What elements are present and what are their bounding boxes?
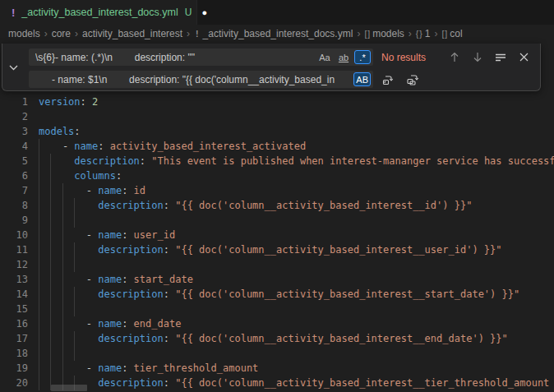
regex-toggle[interactable]: .* [354,50,371,64]
preserve-case-toggle[interactable]: AB [353,72,371,86]
breadcrumb-separator: › [409,28,412,39]
previous-match-button[interactable] [446,49,463,66]
line-number: 6 [0,168,28,183]
code-editor[interactable]: 1version: 223models:4 - name: activity_b… [0,43,554,392]
breadcrumb-item-col[interactable]: [ ]col [441,28,462,39]
code-line[interactable]: 12 [0,257,554,272]
code-text: description: "{{ doc('column__activity_b… [39,242,502,257]
breadcrumb-item-activity_based_interest[interactable]: activity_based_interest [82,28,182,39]
code-line[interactable]: 16 - name: end_date [0,316,554,331]
code-line[interactable]: 4 - name: activity_based_interest_activa… [0,139,554,154]
breadcrumb-separator: › [44,28,48,39]
code-text: - name: id [39,183,145,198]
find-in-selection-button[interactable] [492,49,509,66]
breadcrumb-item-1[interactable]: { }1 [416,28,431,39]
breadcrumb-label: _activity_based_interest_docs.yml [203,28,353,39]
horizontal-scrollbar[interactable] [51,385,87,391]
toggle-replace-button[interactable] [2,44,24,91]
line-number: 15 [0,302,28,316]
code-line[interactable]: 17 description: "{{ doc('column__activit… [0,331,554,346]
line-number: 13 [0,272,28,287]
next-match-button[interactable] [469,49,486,66]
code-line[interactable]: 9 [0,213,554,228]
line-number: 4 [0,139,28,154]
breadcrumb-label: activity_based_interest [82,28,182,39]
yaml-file-icon: ! [10,7,16,19]
code-text: - name: tier_threshold_amount [39,361,258,376]
replace-all-button[interactable] [404,71,421,88]
code-text: description: "{{ doc('column__activity_b… [39,376,549,390]
line-number: 7 [0,183,28,198]
breadcrumb-separator: › [187,28,190,39]
line-number: 9 [0,213,28,228]
indent-guide [74,213,75,228]
breadcrumb-item-_activity_based_interest_docs.yml[interactable]: !_activity_based_interest_docs.yml [194,28,353,39]
breadcrumb-label: core [52,28,71,39]
code-line[interactable]: 18 [0,346,554,361]
code-line[interactable]: 13 - name: start_date [0,272,554,287]
code-text: description: "This event is published wh… [39,154,554,168]
code-line[interactable]: 1version: 2 [0,95,554,109]
indent-guide [62,213,63,228]
replace-button[interactable] [380,71,396,88]
code-text: - name: activity_based_interest_activate… [39,139,306,154]
indent-guide [39,257,39,272]
replace-input[interactable]: - name: $1\n description: "{{ doc('colum… [29,71,373,88]
line-number: 3 [0,124,28,139]
line-number: 11 [0,242,28,257]
breadcrumb: models›core›activity_based_interest›!_ac… [0,25,554,43]
breadcrumb-item-core[interactable]: core [52,28,71,39]
code-line[interactable]: 15 [0,302,554,316]
indent-guide [74,257,75,272]
code-lines: 1version: 223models:4 - name: activity_b… [0,95,554,390]
yaml-icon: ! [194,29,200,39]
line-number: 19 [0,361,28,376]
code-line[interactable]: 14 description: "{{ doc('column__activit… [0,287,554,302]
code-line[interactable]: 19 - name: tier_threshold_amount [0,361,554,376]
unsaved-changes-icon[interactable]: ● [201,7,207,17]
line-number: 18 [0,346,28,361]
breadcrumb-label: col [450,28,462,39]
code-line[interactable]: 6 columns: [0,168,554,183]
whole-word-toggle[interactable]: ab [335,50,352,64]
breadcrumb-label: 1 [425,28,431,39]
breadcrumb-separator: › [357,28,360,39]
code-text: - name: user_id [39,228,175,242]
find-replace-widget: \s{6}- name: (.*)\n description: "" Aa a… [2,44,541,91]
line-number: 12 [0,257,28,272]
array-icon: [ ] [364,29,369,39]
find-input[interactable]: \s{6}- name: (.*)\n description: "" Aa a… [29,48,373,66]
indent-guide [50,302,51,316]
editor-tab[interactable]: ! _activity_based_interest_docs.yml U ● [0,0,197,25]
indent-guide [74,346,75,361]
line-number: 14 [0,287,28,302]
match-case-toggle[interactable]: Aa [316,50,333,64]
tab-bar: ! _activity_based_interest_docs.yml U ● [0,0,554,25]
code-line[interactable]: 3models: [0,124,554,139]
code-line[interactable]: 8 description: "{{ doc('column__activity… [0,198,554,213]
code-line[interactable]: 11 description: "{{ doc('column__activit… [0,242,554,257]
replace-text: - name: $1\n description: "{{ doc('colum… [35,74,350,85]
line-number: 16 [0,316,28,331]
indent-guide [74,302,75,316]
code-text: - name: start_date [39,272,193,287]
line-number: 1 [0,95,28,109]
array-icon: [ ] [441,29,446,39]
find-query-text: \s{6}- name: (.*)\n description: "" [35,52,313,63]
breadcrumb-item-models[interactable]: [ ]models [364,28,404,39]
line-number: 10 [0,228,28,242]
code-line[interactable]: 5 description: "This event is published … [0,154,554,168]
find-status: No results [381,52,426,63]
git-untracked-badge: U [185,7,192,18]
code-text: description: "{{ doc('column__activity_b… [39,331,508,346]
close-icon[interactable] [515,49,532,66]
breadcrumb-separator: › [75,28,78,39]
code-text: description: "{{ doc('column__activity_b… [39,287,519,302]
indent-guide [50,346,51,361]
breadcrumb-item-models[interactable]: models [8,28,40,39]
line-number: 17 [0,331,28,346]
code-line[interactable]: 2 [0,109,554,124]
code-line[interactable]: 7 - name: id [0,183,554,198]
code-line[interactable]: 10 - name: user_id [0,228,554,242]
indent-guide [62,346,63,361]
